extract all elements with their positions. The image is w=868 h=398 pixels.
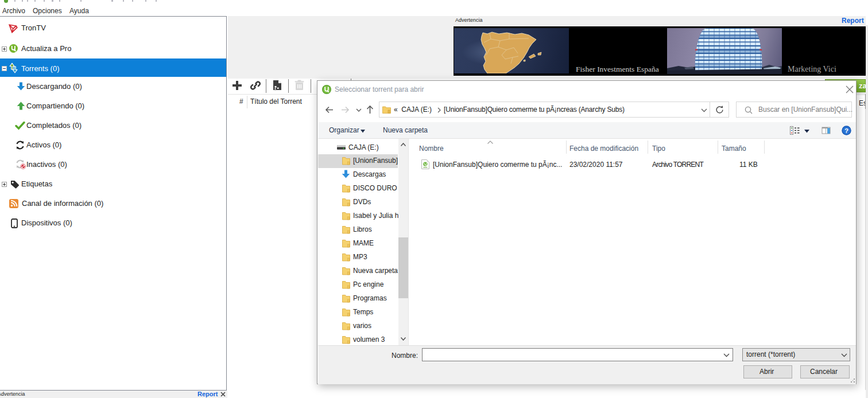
svg-text:?: ? <box>844 127 848 134</box>
